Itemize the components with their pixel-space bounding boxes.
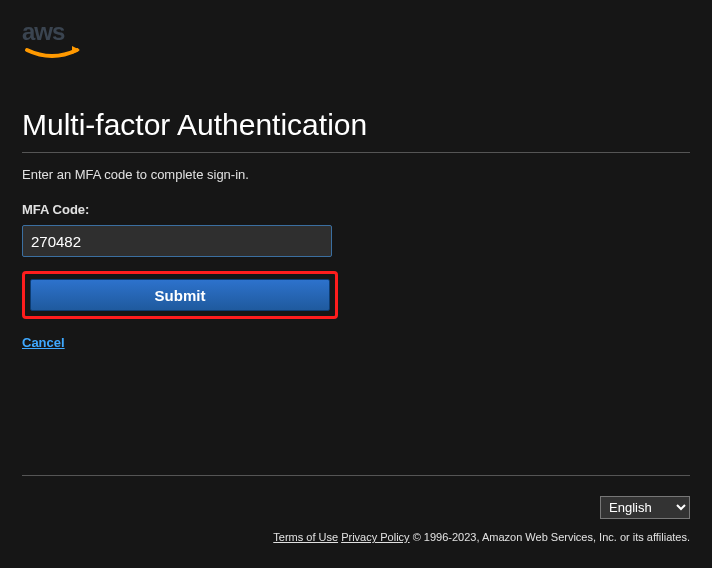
main-content: Multi-factor Authentication Enter an MFA… [0, 78, 712, 351]
aws-logo: aws [22, 18, 102, 70]
terms-of-use-link[interactable]: Terms of Use [273, 531, 338, 543]
copyright-text: © 1996-2023, Amazon Web Services, Inc. o… [413, 531, 690, 543]
footer-text: Terms of Use Privacy Policy © 1996-2023,… [22, 531, 690, 543]
privacy-policy-link[interactable]: Privacy Policy [341, 531, 409, 543]
cancel-link[interactable]: Cancel [22, 335, 65, 350]
mfa-code-input[interactable] [22, 225, 332, 257]
footer: English Terms of Use Privacy Policy © 19… [22, 475, 690, 543]
page-title: Multi-factor Authentication [22, 108, 690, 153]
logo-container: aws [0, 0, 712, 78]
language-select[interactable]: English [600, 496, 690, 519]
mfa-code-label: MFA Code: [22, 202, 690, 217]
page-description: Enter an MFA code to complete sign-in. [22, 167, 690, 182]
svg-text:aws: aws [22, 18, 65, 45]
submit-button[interactable]: Submit [30, 279, 330, 311]
submit-highlight-box: Submit [22, 271, 338, 319]
